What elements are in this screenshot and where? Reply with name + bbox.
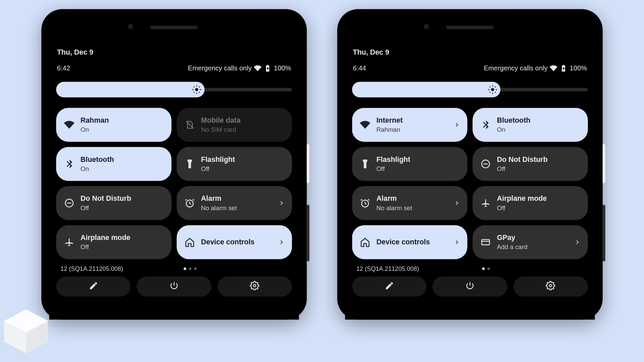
svg-point-28 bbox=[549, 284, 552, 287]
svg-line-7 bbox=[194, 92, 195, 93]
tile-subtitle: Off bbox=[201, 165, 235, 173]
tile-subtitle: No SIM card bbox=[201, 126, 240, 134]
qs-tile-wifi[interactable]: InternetRahman bbox=[352, 108, 468, 141]
dnd-icon bbox=[64, 198, 74, 208]
power-button[interactable] bbox=[137, 277, 211, 297]
card-icon bbox=[480, 237, 491, 247]
tile-title: Internet bbox=[376, 116, 403, 125]
qs-tile-bluetooth[interactable]: BluetoothOn bbox=[473, 108, 588, 141]
qs-tile-card[interactable]: GPayAdd a card bbox=[473, 225, 588, 259]
edit-icon bbox=[89, 281, 98, 292]
brightness-icon bbox=[192, 85, 202, 95]
svg-line-8 bbox=[199, 86, 200, 87]
svg-point-13 bbox=[254, 284, 256, 287]
power-button[interactable] bbox=[433, 277, 507, 297]
home-icon bbox=[360, 237, 370, 247]
qs-tile-home[interactable]: Device controls bbox=[177, 225, 292, 259]
chevron-right-icon bbox=[453, 121, 461, 128]
tile-title: Mobile data bbox=[201, 116, 240, 125]
alarm-icon bbox=[360, 198, 370, 208]
page-indicator bbox=[183, 267, 197, 270]
brightness-slider[interactable] bbox=[56, 82, 292, 98]
tile-title: Bluetooth bbox=[80, 155, 114, 164]
date-label: Thu, Dec 9 bbox=[352, 46, 588, 64]
qs-tile-bluetooth[interactable]: BluetoothOn bbox=[56, 147, 171, 181]
power-icon bbox=[465, 281, 475, 292]
tile-title: Alarm bbox=[201, 194, 237, 203]
qs-tile-flashlight[interactable]: FlashlightOff bbox=[177, 147, 292, 181]
tile-title: Flashlight bbox=[201, 155, 235, 164]
edit-button[interactable] bbox=[352, 277, 427, 297]
status-bar: 6:44 Emergency calls only 100% bbox=[352, 64, 588, 79]
side-button bbox=[307, 205, 310, 261]
sim-off-icon bbox=[184, 119, 195, 130]
tile-title: GPay bbox=[497, 233, 528, 242]
qs-tile-airplane[interactable]: Airplane modeOff bbox=[473, 186, 588, 220]
tile-subtitle: On bbox=[80, 165, 114, 173]
qs-tile-alarm[interactable]: AlarmNo alarm set bbox=[177, 186, 292, 220]
qs-tile-dnd[interactable]: Do Not DisturbOff bbox=[56, 186, 171, 220]
status-bar: 6:42 Emergency calls only 100% bbox=[56, 64, 292, 79]
tile-subtitle: No alarm set bbox=[201, 204, 237, 212]
wifi-icon bbox=[64, 119, 74, 130]
wifi-icon bbox=[550, 64, 557, 72]
bluetooth-icon bbox=[64, 159, 74, 169]
svg-line-6 bbox=[199, 92, 200, 93]
settings-button[interactable] bbox=[513, 277, 588, 297]
build-label: 12 (SQ1A.211205.008) bbox=[356, 265, 419, 272]
battery-percent-label: 100% bbox=[570, 64, 587, 72]
phone-left: Thu, Dec 9 6:42 Emergency calls only 100… bbox=[41, 9, 307, 319]
quick-settings-panel: Thu, Dec 9 6:42 Emergency calls only 100… bbox=[49, 41, 299, 319]
tile-subtitle: Off bbox=[80, 204, 131, 212]
qs-tile-sim-off[interactable]: Mobile dataNo SIM card bbox=[177, 108, 292, 141]
qs-tile-alarm[interactable]: AlarmNo alarm set bbox=[352, 186, 468, 220]
tile-subtitle: Off bbox=[497, 165, 548, 173]
qs-tile-dnd[interactable]: Do Not DisturbOff bbox=[473, 147, 588, 181]
svg-line-20 bbox=[495, 92, 496, 93]
settings-icon bbox=[250, 281, 260, 292]
tile-title: Do Not Disturb bbox=[80, 194, 131, 203]
tile-title: Flashlight bbox=[376, 155, 410, 164]
qs-tile-airplane[interactable]: Airplane modeOff bbox=[56, 225, 171, 259]
tile-subtitle: On bbox=[497, 126, 531, 134]
chevron-right-icon bbox=[278, 239, 285, 246]
tile-title: Alarm bbox=[376, 194, 412, 203]
phone-right: Thu, Dec 9 6:44 Emergency calls only 100… bbox=[337, 9, 602, 319]
edit-icon bbox=[384, 281, 394, 292]
brightness-icon bbox=[488, 85, 498, 95]
wifi-icon bbox=[254, 64, 262, 72]
svg-rect-26 bbox=[482, 239, 489, 245]
flashlight-icon bbox=[184, 159, 195, 169]
dnd-icon bbox=[480, 159, 491, 169]
chevron-right-icon bbox=[574, 239, 581, 246]
qs-tile-home[interactable]: Device controls bbox=[352, 225, 468, 259]
side-button bbox=[603, 205, 605, 261]
page-indicator bbox=[482, 267, 490, 270]
edit-button[interactable] bbox=[56, 277, 130, 297]
side-button bbox=[307, 144, 310, 183]
svg-line-22 bbox=[495, 86, 496, 87]
tile-subtitle: Off bbox=[497, 204, 547, 212]
battery-icon bbox=[560, 64, 568, 72]
airplane-icon bbox=[64, 237, 74, 247]
tile-title: Airplane mode bbox=[497, 194, 547, 203]
svg-line-21 bbox=[490, 92, 490, 93]
settings-button[interactable] bbox=[217, 277, 292, 297]
brightness-slider[interactable] bbox=[352, 82, 588, 98]
tile-title: Device controls bbox=[201, 238, 254, 247]
network-status-label: Emergency calls only bbox=[188, 64, 252, 72]
settings-icon bbox=[546, 281, 555, 292]
svg-point-0 bbox=[195, 88, 199, 91]
clock-label: 6:42 bbox=[57, 64, 70, 72]
bluetooth-icon bbox=[480, 119, 491, 130]
qs-tile-wifi[interactable]: RahmanOn bbox=[56, 108, 171, 141]
tile-title: Do Not Disturb bbox=[497, 155, 548, 164]
svg-point-14 bbox=[491, 88, 494, 91]
tile-subtitle: Rahman bbox=[376, 126, 403, 134]
tile-subtitle: On bbox=[80, 126, 109, 134]
chevron-right-icon bbox=[278, 199, 285, 206]
airplane-icon bbox=[480, 198, 491, 208]
side-button bbox=[603, 144, 605, 183]
alarm-icon bbox=[184, 198, 195, 208]
qs-tile-flashlight[interactable]: FlashlightOff bbox=[352, 147, 468, 181]
